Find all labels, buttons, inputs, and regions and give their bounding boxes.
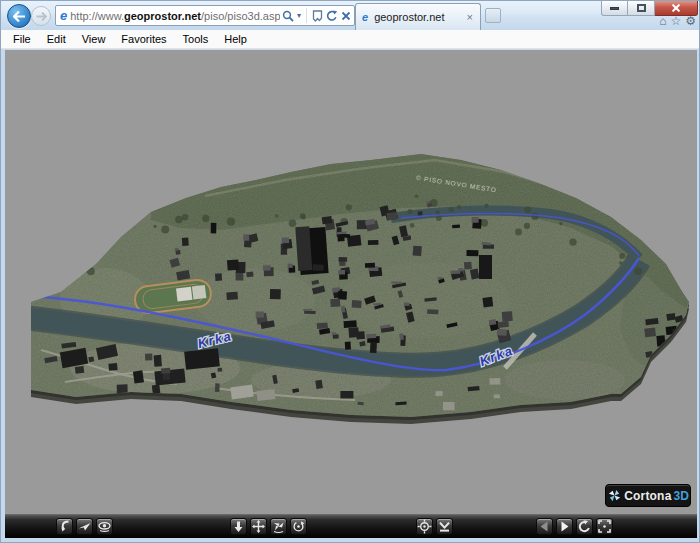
next-viewpoint-button[interactable] xyxy=(556,518,573,535)
restore-viewpoint-button[interactable] xyxy=(576,518,593,535)
building xyxy=(246,271,253,277)
tree xyxy=(569,238,576,245)
building xyxy=(452,224,460,228)
terrain-scene: © PISO NOVO MESTO xyxy=(5,50,697,514)
address-bar[interactable]: e http://www.geoprostor.net/piso/piso3d.… xyxy=(55,5,355,26)
fit-scene-button[interactable] xyxy=(596,518,613,535)
new-tab-button[interactable] xyxy=(485,8,501,23)
tree xyxy=(436,215,442,221)
cortona-brand-suffix: 3D xyxy=(674,489,689,503)
building xyxy=(332,332,337,335)
pan-button[interactable] xyxy=(250,518,267,535)
building xyxy=(502,311,513,322)
previous-viewpoint-button[interactable] xyxy=(536,518,553,535)
building xyxy=(345,342,351,350)
forward-button[interactable] xyxy=(31,6,51,26)
search-icon[interactable] xyxy=(282,10,294,22)
back-arrow-icon xyxy=(13,11,26,22)
tree xyxy=(515,229,522,236)
tree xyxy=(619,261,622,264)
building xyxy=(108,363,117,371)
menu-favorites[interactable]: Favorites xyxy=(113,31,174,47)
building xyxy=(482,297,493,308)
3d-viewport[interactable]: © PISO NOVO MESTO xyxy=(5,50,697,514)
tab-close-icon[interactable]: × xyxy=(465,11,475,23)
fly-button[interactable] xyxy=(76,518,93,535)
menu-tools[interactable]: Tools xyxy=(175,31,217,47)
building xyxy=(358,402,364,405)
examine-button[interactable] xyxy=(96,518,113,535)
refresh-icon[interactable] xyxy=(326,10,338,22)
compatibility-view-icon[interactable] xyxy=(312,10,323,22)
roll-button[interactable] xyxy=(290,518,307,535)
menu-file[interactable]: File xyxy=(5,31,39,47)
building xyxy=(497,329,507,336)
building xyxy=(365,263,375,268)
tree xyxy=(175,216,183,224)
tree xyxy=(289,220,297,228)
building xyxy=(152,385,161,395)
building xyxy=(154,355,162,367)
tree xyxy=(300,213,306,219)
maximize-button[interactable] xyxy=(628,1,655,16)
building xyxy=(288,263,293,267)
back-button[interactable] xyxy=(7,4,31,28)
tree xyxy=(275,214,278,217)
tree xyxy=(227,218,235,226)
building xyxy=(161,368,171,374)
building xyxy=(339,257,348,262)
tree xyxy=(524,207,531,214)
stop-icon[interactable] xyxy=(341,11,351,21)
favorites-star-icon[interactable]: ☆ xyxy=(670,15,681,27)
building xyxy=(450,270,460,274)
building xyxy=(322,216,333,224)
turn-pinwheel-icon xyxy=(271,519,286,534)
examine-eye-icon xyxy=(97,519,112,534)
tree xyxy=(202,215,209,222)
minimize-button[interactable] xyxy=(601,1,628,16)
tree xyxy=(346,204,352,210)
building xyxy=(303,309,312,311)
settings-gear-icon[interactable]: ⚙ xyxy=(685,15,696,27)
building xyxy=(391,282,402,284)
building xyxy=(341,306,345,313)
tab-geoprostor[interactable]: e geoprostor.net × xyxy=(355,3,481,30)
menu-edit[interactable]: Edit xyxy=(39,31,74,47)
building xyxy=(215,273,222,281)
home-icon[interactable]: ⌂ xyxy=(659,15,666,27)
building xyxy=(330,299,340,307)
address-separator xyxy=(306,8,307,23)
tree xyxy=(481,219,489,227)
building xyxy=(304,311,315,314)
building xyxy=(418,211,423,216)
building xyxy=(426,201,430,203)
tree xyxy=(524,223,530,229)
close-button[interactable] xyxy=(655,1,698,16)
tree xyxy=(436,210,441,215)
turn-button[interactable] xyxy=(270,518,287,535)
building xyxy=(413,246,422,256)
building xyxy=(338,291,347,300)
building xyxy=(227,259,239,270)
building xyxy=(133,370,144,383)
building xyxy=(243,234,249,241)
building xyxy=(352,300,362,308)
level-button[interactable] xyxy=(436,518,453,535)
building xyxy=(489,378,500,385)
descend-button[interactable] xyxy=(230,518,247,535)
building xyxy=(282,237,290,243)
down-arrow-icon xyxy=(231,519,246,534)
tree xyxy=(415,195,419,199)
building xyxy=(211,223,217,234)
search-dropdown-icon[interactable]: ▾ xyxy=(297,11,301,20)
seek-button[interactable] xyxy=(416,518,433,535)
url-text[interactable]: http://www.geoprostor.net/piso/piso3d.as… xyxy=(70,10,280,22)
menu-view[interactable]: View xyxy=(74,31,114,47)
fit-scene-icon xyxy=(597,519,612,534)
tree xyxy=(154,225,157,228)
building xyxy=(182,238,189,246)
tree xyxy=(449,207,454,212)
walk-button[interactable] xyxy=(56,518,73,535)
building xyxy=(404,302,410,305)
menu-help[interactable]: Help xyxy=(216,31,255,47)
